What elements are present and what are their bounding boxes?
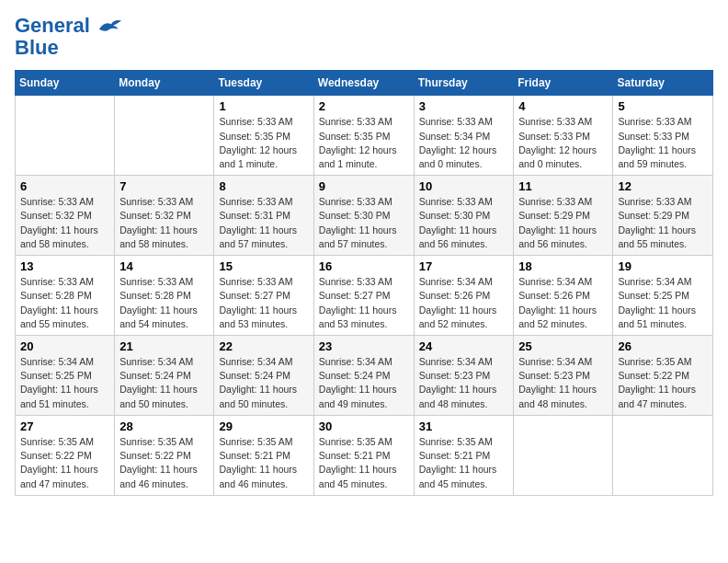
day-number: 15 bbox=[219, 259, 308, 273]
day-number: 4 bbox=[518, 99, 608, 113]
day-number: 25 bbox=[518, 339, 608, 353]
day-info: Sunrise: 5:33 AMSunset: 5:34 PMDaylight:… bbox=[419, 115, 509, 171]
day-info: Sunrise: 5:34 AMSunset: 5:24 PMDaylight:… bbox=[119, 355, 209, 411]
day-number: 22 bbox=[219, 339, 308, 353]
calendar-cell: 30Sunrise: 5:35 AMSunset: 5:21 PMDayligh… bbox=[313, 415, 414, 495]
calendar-cell: 20Sunrise: 5:34 AMSunset: 5:25 PMDayligh… bbox=[16, 336, 115, 416]
calendar-cell bbox=[613, 415, 713, 495]
day-info: Sunrise: 5:34 AMSunset: 5:26 PMDaylight:… bbox=[419, 275, 509, 331]
day-info: Sunrise: 5:34 AMSunset: 5:24 PMDaylight:… bbox=[319, 355, 409, 411]
day-number: 11 bbox=[518, 179, 608, 193]
calendar-cell: 26Sunrise: 5:35 AMSunset: 5:22 PMDayligh… bbox=[613, 336, 713, 416]
day-info: Sunrise: 5:33 AMSunset: 5:31 PMDaylight:… bbox=[219, 195, 308, 251]
day-number: 16 bbox=[319, 259, 409, 273]
day-number: 14 bbox=[119, 259, 209, 273]
day-number: 2 bbox=[319, 99, 409, 113]
day-number: 24 bbox=[419, 339, 509, 353]
day-info: Sunrise: 5:35 AMSunset: 5:21 PMDaylight:… bbox=[219, 435, 308, 491]
calendar-cell: 22Sunrise: 5:34 AMSunset: 5:24 PMDayligh… bbox=[214, 336, 313, 416]
day-info: Sunrise: 5:33 AMSunset: 5:27 PMDaylight:… bbox=[319, 275, 409, 331]
day-number: 23 bbox=[319, 339, 409, 353]
col-header-wednesday: Wednesday bbox=[313, 71, 414, 96]
calendar-cell bbox=[115, 96, 214, 176]
calendar-cell: 3Sunrise: 5:33 AMSunset: 5:34 PMDaylight… bbox=[414, 96, 514, 176]
day-info: Sunrise: 5:34 AMSunset: 5:25 PMDaylight:… bbox=[20, 355, 109, 411]
day-info: Sunrise: 5:33 AMSunset: 5:29 PMDaylight:… bbox=[618, 195, 708, 251]
calendar-cell: 21Sunrise: 5:34 AMSunset: 5:24 PMDayligh… bbox=[115, 336, 214, 416]
day-info: Sunrise: 5:34 AMSunset: 5:25 PMDaylight:… bbox=[618, 275, 708, 331]
col-header-saturday: Saturday bbox=[613, 71, 713, 96]
day-info: Sunrise: 5:35 AMSunset: 5:22 PMDaylight:… bbox=[119, 435, 209, 491]
calendar-cell: 15Sunrise: 5:33 AMSunset: 5:27 PMDayligh… bbox=[214, 256, 313, 336]
day-number: 28 bbox=[119, 419, 209, 433]
day-number: 5 bbox=[618, 99, 708, 113]
calendar-cell: 25Sunrise: 5:34 AMSunset: 5:23 PMDayligh… bbox=[514, 336, 613, 416]
calendar-cell: 4Sunrise: 5:33 AMSunset: 5:33 PMDaylight… bbox=[514, 96, 613, 176]
col-header-monday: Monday bbox=[115, 71, 214, 96]
calendar-cell: 19Sunrise: 5:34 AMSunset: 5:25 PMDayligh… bbox=[613, 256, 713, 336]
page-header: General Blue bbox=[15, 15, 713, 59]
day-info: Sunrise: 5:33 AMSunset: 5:27 PMDaylight:… bbox=[219, 275, 308, 331]
day-number: 21 bbox=[119, 339, 209, 353]
day-number: 26 bbox=[618, 339, 708, 353]
day-info: Sunrise: 5:33 AMSunset: 5:30 PMDaylight:… bbox=[419, 195, 509, 251]
calendar-cell: 31Sunrise: 5:35 AMSunset: 5:21 PMDayligh… bbox=[414, 415, 514, 495]
calendar-cell: 18Sunrise: 5:34 AMSunset: 5:26 PMDayligh… bbox=[514, 256, 613, 336]
day-number: 12 bbox=[618, 179, 708, 193]
calendar-cell bbox=[16, 96, 115, 176]
calendar-cell: 28Sunrise: 5:35 AMSunset: 5:22 PMDayligh… bbox=[115, 415, 214, 495]
calendar-cell: 12Sunrise: 5:33 AMSunset: 5:29 PMDayligh… bbox=[613, 176, 713, 256]
calendar-cell: 29Sunrise: 5:35 AMSunset: 5:21 PMDayligh… bbox=[214, 415, 313, 495]
day-info: Sunrise: 5:35 AMSunset: 5:22 PMDaylight:… bbox=[20, 435, 109, 491]
day-info: Sunrise: 5:34 AMSunset: 5:24 PMDaylight:… bbox=[219, 355, 308, 411]
col-header-thursday: Thursday bbox=[414, 71, 514, 96]
logo-text: General bbox=[15, 15, 123, 37]
day-number: 3 bbox=[419, 99, 509, 113]
day-info: Sunrise: 5:35 AMSunset: 5:22 PMDaylight:… bbox=[618, 355, 708, 411]
col-header-sunday: Sunday bbox=[16, 71, 115, 96]
day-number: 1 bbox=[219, 99, 308, 113]
logo: General Blue bbox=[15, 15, 123, 59]
day-info: Sunrise: 5:33 AMSunset: 5:33 PMDaylight:… bbox=[518, 115, 608, 171]
calendar-cell: 11Sunrise: 5:33 AMSunset: 5:29 PMDayligh… bbox=[514, 176, 613, 256]
day-number: 31 bbox=[419, 419, 509, 433]
calendar-cell: 10Sunrise: 5:33 AMSunset: 5:30 PMDayligh… bbox=[414, 176, 514, 256]
day-info: Sunrise: 5:34 AMSunset: 5:26 PMDaylight:… bbox=[518, 275, 608, 331]
day-info: Sunrise: 5:33 AMSunset: 5:28 PMDaylight:… bbox=[20, 275, 109, 331]
calendar-cell: 2Sunrise: 5:33 AMSunset: 5:35 PMDaylight… bbox=[313, 96, 414, 176]
day-info: Sunrise: 5:34 AMSunset: 5:23 PMDaylight:… bbox=[419, 355, 509, 411]
calendar-cell: 7Sunrise: 5:33 AMSunset: 5:32 PMDaylight… bbox=[115, 176, 214, 256]
day-number: 27 bbox=[20, 419, 109, 433]
calendar-cell: 16Sunrise: 5:33 AMSunset: 5:27 PMDayligh… bbox=[313, 256, 414, 336]
calendar-cell: 6Sunrise: 5:33 AMSunset: 5:32 PMDaylight… bbox=[16, 176, 115, 256]
calendar-cell bbox=[514, 415, 613, 495]
day-number: 18 bbox=[518, 259, 608, 273]
calendar-cell: 23Sunrise: 5:34 AMSunset: 5:24 PMDayligh… bbox=[313, 336, 414, 416]
day-number: 20 bbox=[20, 339, 109, 353]
calendar-cell: 24Sunrise: 5:34 AMSunset: 5:23 PMDayligh… bbox=[414, 336, 514, 416]
day-info: Sunrise: 5:33 AMSunset: 5:33 PMDaylight:… bbox=[618, 115, 708, 171]
day-info: Sunrise: 5:33 AMSunset: 5:29 PMDaylight:… bbox=[518, 195, 608, 251]
calendar-cell: 27Sunrise: 5:35 AMSunset: 5:22 PMDayligh… bbox=[16, 415, 115, 495]
col-header-friday: Friday bbox=[514, 71, 613, 96]
day-info: Sunrise: 5:33 AMSunset: 5:32 PMDaylight:… bbox=[20, 195, 109, 251]
day-info: Sunrise: 5:34 AMSunset: 5:23 PMDaylight:… bbox=[518, 355, 608, 411]
day-info: Sunrise: 5:33 AMSunset: 5:30 PMDaylight:… bbox=[319, 195, 409, 251]
day-info: Sunrise: 5:35 AMSunset: 5:21 PMDaylight:… bbox=[419, 435, 509, 491]
day-number: 17 bbox=[419, 259, 509, 273]
day-number: 29 bbox=[219, 419, 308, 433]
calendar-cell: 14Sunrise: 5:33 AMSunset: 5:28 PMDayligh… bbox=[115, 256, 214, 336]
calendar-cell: 5Sunrise: 5:33 AMSunset: 5:33 PMDaylight… bbox=[613, 96, 713, 176]
calendar-cell: 8Sunrise: 5:33 AMSunset: 5:31 PMDaylight… bbox=[214, 176, 313, 256]
day-info: Sunrise: 5:33 AMSunset: 5:35 PMDaylight:… bbox=[319, 115, 409, 171]
day-number: 19 bbox=[618, 259, 708, 273]
day-number: 10 bbox=[419, 179, 509, 193]
day-number: 6 bbox=[20, 179, 109, 193]
calendar-cell: 13Sunrise: 5:33 AMSunset: 5:28 PMDayligh… bbox=[16, 256, 115, 336]
day-number: 7 bbox=[119, 179, 209, 193]
logo-blue: Blue bbox=[15, 37, 123, 59]
day-info: Sunrise: 5:33 AMSunset: 5:35 PMDaylight:… bbox=[219, 115, 308, 171]
calendar-cell: 17Sunrise: 5:34 AMSunset: 5:26 PMDayligh… bbox=[414, 256, 514, 336]
day-number: 13 bbox=[20, 259, 109, 273]
calendar-cell: 1Sunrise: 5:33 AMSunset: 5:35 PMDaylight… bbox=[214, 96, 313, 176]
